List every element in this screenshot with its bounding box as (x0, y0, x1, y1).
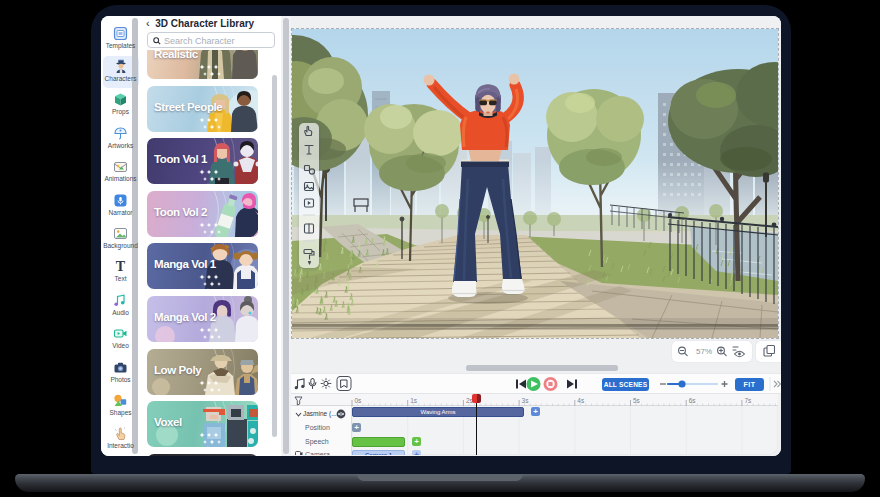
svg-text:0s: 0s (355, 397, 363, 404)
svg-text:7s: 7s (744, 397, 752, 404)
svg-text:1s: 1s (410, 397, 418, 404)
svg-text:5s: 5s (633, 397, 641, 404)
svg-text:T: T (116, 259, 126, 274)
svg-text:4s: 4s (577, 397, 585, 404)
svg-text:3s: 3s (522, 397, 530, 404)
svg-text:6s: 6s (689, 397, 697, 404)
